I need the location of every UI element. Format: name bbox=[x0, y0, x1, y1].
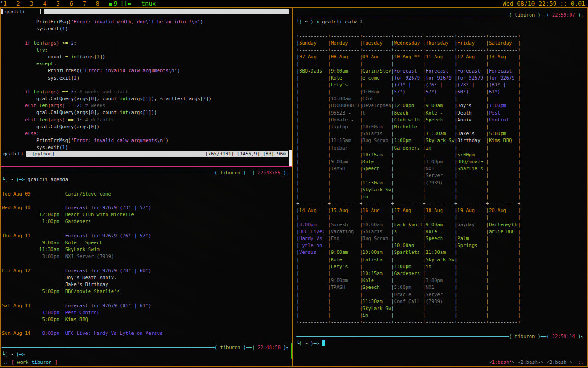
text-segment: \' bbox=[146, 19, 152, 24]
text-segment: Server bbox=[426, 172, 455, 178]
agenda-row bbox=[2, 295, 289, 302]
text-segment bbox=[36, 275, 59, 280]
workspace-9-active[interactable]: 9 bbox=[114, 0, 118, 7]
text-segment: sys.exit( bbox=[2, 144, 62, 150]
pane-split-line[interactable] bbox=[1, 166, 292, 167]
text-segment bbox=[489, 194, 518, 199]
text-segment: | bbox=[518, 166, 520, 171]
text-segment: tiburon bbox=[32, 359, 52, 365]
text-segment: Sparklets bbox=[394, 249, 423, 255]
text-segment: for 92679 bbox=[489, 75, 518, 80]
text-segment: ┐ bbox=[581, 334, 583, 339]
text-segment: 9:00am bbox=[331, 68, 360, 74]
text-segment: len bbox=[39, 117, 48, 122]
text-segment bbox=[2, 40, 25, 46]
text-segment bbox=[394, 214, 423, 220]
text-segment: | bbox=[518, 131, 520, 136]
text-segment bbox=[489, 242, 518, 248]
text-segment: Bug Scrub bbox=[362, 236, 391, 241]
text-segment: Lety's bbox=[331, 264, 360, 269]
workspace-7[interactable]: 7 bbox=[83, 0, 86, 7]
text-segment bbox=[331, 152, 360, 157]
text-segment bbox=[394, 166, 423, 171]
text-segment: ( bbox=[509, 334, 515, 339]
text-segment: | bbox=[518, 96, 520, 101]
text-segment bbox=[394, 257, 423, 262]
text-segment bbox=[489, 249, 518, 255]
text-segment: Forecast for 92679 (81° | 61°) bbox=[65, 303, 152, 308]
text-segment bbox=[394, 172, 423, 178]
text-segment: └( bbox=[2, 351, 11, 357]
text-segment: Darlene/Ch bbox=[489, 222, 518, 227]
vim-code[interactable]: PrintErrMsg('Error: invalid width, don\'… bbox=[2, 18, 212, 151]
text-segment: ) bbox=[575, 12, 581, 17]
text-segment bbox=[299, 110, 328, 115]
text-segment: BBQ/movie- bbox=[457, 159, 486, 164]
text-segment bbox=[299, 61, 328, 66]
xterm-window-right[interactable]: ────────────────────────────────────────… bbox=[292, 8, 588, 367]
text-segment bbox=[331, 299, 360, 304]
workspace-1[interactable]: 1 bbox=[3, 0, 7, 7]
text-segment: ┐ bbox=[286, 345, 289, 350]
text-segment bbox=[2, 240, 36, 245]
text-segment: 5:00pm bbox=[36, 288, 59, 294]
text-segment: └( bbox=[2, 177, 11, 182]
workspace-3[interactable]: 3 bbox=[30, 0, 34, 7]
text-segment: 8:00pm bbox=[299, 222, 328, 227]
text-segment: Kims BBQ bbox=[65, 316, 88, 322]
text-segment: TRASH bbox=[331, 166, 360, 171]
prompt-command: └( ~ )─> gcalcli calw 2 bbox=[296, 18, 584, 25]
text-segment: | bbox=[518, 124, 520, 129]
text-segment: 9:00am bbox=[36, 240, 59, 245]
text-segment: ────────────────────────────────────────… bbox=[296, 334, 509, 339]
workspace-2[interactable]: 2 bbox=[17, 0, 20, 7]
text-segment: (73° | bbox=[394, 82, 423, 87]
text-segment: Thu Aug 11 bbox=[2, 233, 36, 238]
text-segment: Death bbox=[457, 110, 486, 115]
calendar-row: | | |im | | | | | bbox=[296, 193, 584, 200]
code-line: gcal.CalQuery(args[0], count=int(args[1]… bbox=[2, 95, 212, 102]
text-segment: len bbox=[39, 103, 48, 108]
prompt-frame: ────────────────────────────────────────… bbox=[2, 169, 289, 176]
text-segment: Sat Aug 13 bbox=[2, 303, 36, 308]
text-segment bbox=[489, 305, 518, 311]
text-segment bbox=[59, 218, 65, 224]
text-segment: 57°) bbox=[394, 89, 423, 94]
text-segment: ( bbox=[215, 170, 220, 175]
text-segment: 95523 - bbox=[331, 110, 360, 115]
text-segment: )─> bbox=[13, 351, 28, 357]
text-segment bbox=[394, 312, 423, 318]
text-segment: gcalcli calw 2 bbox=[322, 19, 362, 24]
text-segment: 5:00pm bbox=[36, 316, 59, 322]
text-segment: Pest bbox=[489, 110, 518, 115]
calendar-row: |BBQ-Dads |9:00am |Carin/Stev|Forecast |… bbox=[296, 68, 584, 75]
text-segment: im bbox=[362, 194, 391, 199]
text-segment: PrintErrMsg( bbox=[2, 68, 82, 73]
text-segment: int bbox=[120, 109, 129, 115]
layout-icon[interactable]: []= bbox=[120, 0, 131, 7]
vim-top-bar bbox=[44, 9, 289, 14]
agenda-row bbox=[2, 197, 289, 204]
text-segment bbox=[394, 194, 423, 199]
text-segment bbox=[331, 172, 360, 178]
text-segment bbox=[299, 284, 328, 290]
text-segment bbox=[2, 131, 25, 136]
workspace-6[interactable]: 6 bbox=[69, 0, 73, 7]
text-segment bbox=[59, 275, 65, 280]
text-segment bbox=[299, 214, 328, 220]
right-shell[interactable]: ────────────────────────────────────────… bbox=[296, 12, 584, 347]
text-segment: Forecast bbox=[457, 68, 486, 74]
scrollbar-thumb[interactable] bbox=[289, 150, 292, 167]
text-segment: Lety's bbox=[331, 82, 360, 87]
text-segment bbox=[457, 249, 486, 255]
vim-filename: gcalcli bbox=[3, 150, 23, 157]
workspace-8[interactable]: 8 bbox=[96, 0, 100, 7]
text-segment: BBQ/movie-Sharlie's bbox=[65, 288, 120, 294]
workspace-4[interactable]: 4 bbox=[43, 0, 46, 7]
left-shell[interactable]: ────────────────────────────────────────… bbox=[2, 169, 289, 358]
workspace-5[interactable]: 5 bbox=[56, 0, 60, 7]
text-segment: | bbox=[518, 292, 520, 297]
text-segment: foobar bbox=[331, 145, 360, 150]
xterm-window-left[interactable]: gcalcli PrintErrMsg('Error: invalid widt… bbox=[0, 8, 292, 367]
code-line bbox=[2, 32, 212, 39]
